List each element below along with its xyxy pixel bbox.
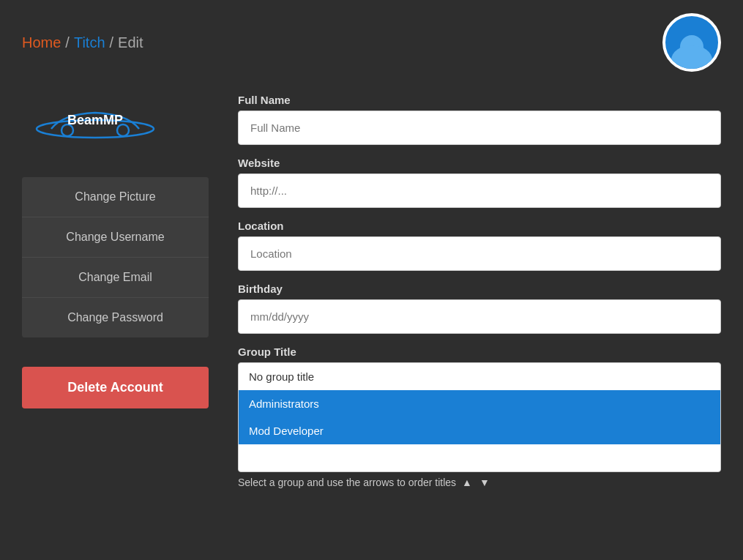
order-up-button[interactable]: ▲ — [460, 477, 474, 488]
breadcrumb-edit: Edit — [118, 34, 143, 51]
group-option-administrators[interactable]: Administrators — [239, 390, 720, 417]
svg-text:BeamMP: BeamMP — [67, 113, 123, 127]
birthday-input[interactable] — [238, 299, 721, 334]
birthday-label: Birthday — [238, 283, 721, 295]
form-area: Full Name Website Location Birthday Grou… — [238, 94, 721, 488]
group-hint: Select a group and use the arrows to ord… — [238, 477, 721, 488]
group-title-group: Group Title No group title Administrator… — [238, 346, 721, 488]
breadcrumb-titch-link[interactable]: Titch — [74, 34, 105, 51]
website-group: Website — [238, 157, 721, 208]
group-hint-text: Select a group and use the arrows to ord… — [238, 477, 456, 488]
group-option-mod-developer[interactable]: Mod Developer — [239, 417, 720, 444]
sidebar: BeamMP Change Picture Change Username Ch… — [22, 94, 209, 488]
breadcrumb-home-link[interactable]: Home — [22, 34, 61, 51]
website-input[interactable] — [238, 173, 721, 208]
order-down-button[interactable]: ▼ — [478, 477, 491, 488]
change-password-button[interactable]: Change Password — [22, 298, 209, 337]
breadcrumb: Home / Titch / Edit — [22, 34, 143, 51]
location-label: Location — [238, 220, 721, 232]
group-title-listbox[interactable]: No group title Administrators Mod Develo… — [238, 362, 721, 472]
website-label: Website — [238, 157, 721, 169]
main-layout: BeamMP Change Picture Change Username Ch… — [0, 79, 743, 503]
group-title-label: Group Title — [238, 346, 721, 358]
delete-account-button[interactable]: Delete Account — [22, 367, 209, 408]
change-picture-button[interactable]: Change Picture — [22, 177, 209, 217]
breadcrumb-sep-1: / — [65, 34, 70, 51]
header: Home / Titch / Edit — [0, 0, 743, 79]
location-input[interactable] — [238, 236, 721, 271]
beammp-logo: BeamMP — [22, 101, 168, 145]
location-group: Location — [238, 220, 721, 271]
birthday-group: Birthday — [238, 283, 721, 334]
full-name-group: Full Name — [238, 94, 721, 145]
change-email-button[interactable]: Change Email — [22, 258, 209, 298]
logo-area: BeamMP — [22, 94, 209, 155]
avatar — [662, 13, 721, 72]
nav-menu: Change Picture Change Username Change Em… — [22, 177, 209, 337]
change-username-button[interactable]: Change Username — [22, 217, 209, 258]
breadcrumb-sep-2: / — [110, 34, 114, 51]
full-name-label: Full Name — [238, 94, 721, 106]
group-option-no-group[interactable]: No group title — [239, 363, 720, 390]
full-name-input[interactable] — [238, 111, 721, 145]
